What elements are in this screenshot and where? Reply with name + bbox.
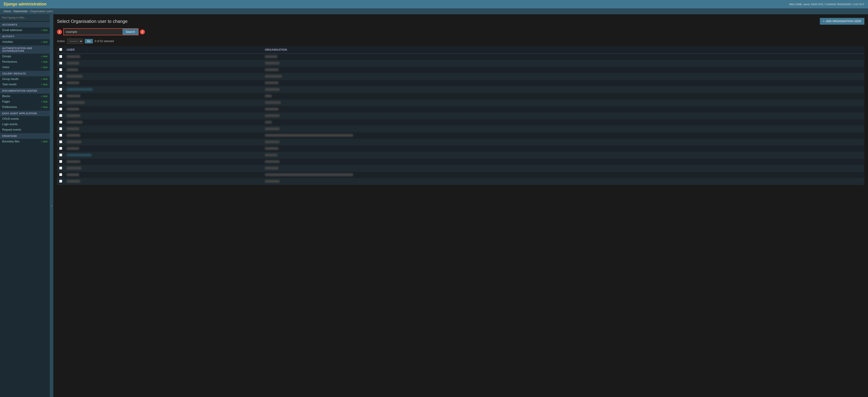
row-checkbox-cell[interactable] [57, 73, 64, 80]
sidebar-link-groups[interactable]: Groups [2, 55, 11, 58]
user-cell[interactable] [64, 54, 263, 60]
go-button[interactable]: Go [85, 39, 93, 44]
user-cell[interactable] [64, 145, 263, 152]
user-cell[interactable] [64, 172, 263, 178]
row-checkbox[interactable] [59, 140, 62, 143]
sidebar-link-crud-events[interactable]: CRUD events [2, 117, 19, 120]
sidebar-link-permissions[interactable]: Permissions [2, 60, 17, 63]
row-checkbox-cell[interactable] [57, 86, 64, 93]
user-cell[interactable] [64, 67, 263, 73]
add-permissions-link[interactable]: + Add [41, 60, 48, 63]
row-checkbox-cell[interactable] [57, 165, 64, 172]
row-checkbox[interactable] [59, 127, 62, 130]
sidebar-link-request-events[interactable]: Request events [2, 128, 21, 131]
user-cell[interactable] [64, 152, 263, 159]
user-cell[interactable] [64, 86, 263, 93]
row-checkbox-cell[interactable] [57, 100, 64, 106]
add-group-results-link[interactable]: + Add [41, 78, 48, 80]
sidebar-link-group-results[interactable]: Group results [2, 77, 19, 81]
row-checkbox[interactable] [59, 94, 62, 97]
add-pages-link[interactable]: + Add [41, 100, 48, 103]
row-checkbox[interactable] [59, 62, 62, 64]
row-checkbox[interactable] [59, 75, 62, 78]
user-cell[interactable] [64, 73, 263, 80]
row-checkbox[interactable] [59, 180, 62, 183]
user-cell[interactable] [64, 159, 263, 165]
search-button[interactable]: Search [123, 29, 138, 35]
user-cell[interactable] [64, 133, 263, 139]
page-header: Select Organisation user to change + ADD… [57, 18, 864, 25]
sidebar-link-boundary-files[interactable]: Boundary files [2, 140, 20, 143]
row-checkbox-cell[interactable] [57, 152, 64, 159]
row-checkbox[interactable] [59, 101, 62, 104]
sidebar-collapse-toggle[interactable]: « [50, 14, 53, 397]
user-cell[interactable] [64, 93, 263, 100]
add-blocks-link[interactable]: + Add [41, 95, 48, 97]
row-checkbox-cell[interactable] [57, 133, 64, 139]
row-checkbox[interactable] [59, 173, 62, 176]
row-checkbox[interactable] [59, 55, 62, 58]
breadcrumb-stakeholder[interactable]: Stakeholder [13, 10, 28, 13]
add-activities-link[interactable]: + Add [41, 40, 48, 43]
row-checkbox[interactable] [59, 167, 62, 170]
row-checkbox-cell[interactable] [57, 119, 64, 126]
user-cell[interactable] [64, 60, 263, 67]
row-checkbox-cell[interactable] [57, 159, 64, 165]
row-checkbox-cell[interactable] [57, 113, 64, 119]
row-checkbox[interactable] [59, 88, 62, 91]
row-checkbox-cell[interactable] [57, 178, 64, 185]
select-all-header[interactable] [57, 46, 64, 54]
search-input[interactable] [64, 29, 123, 35]
row-checkbox[interactable] [59, 147, 62, 150]
row-checkbox-cell[interactable] [57, 139, 64, 145]
sidebar-link-preferences[interactable]: Preferences [2, 106, 17, 109]
user-cell[interactable] [64, 139, 263, 145]
sidebar-link-task-results[interactable]: Task results [2, 83, 17, 86]
breadcrumb-home[interactable]: Home [4, 10, 11, 13]
row-checkbox[interactable] [59, 68, 62, 71]
row-checkbox[interactable] [59, 160, 62, 163]
row-checkbox-cell[interactable] [57, 93, 64, 100]
add-organisation-user-button[interactable]: + ADD ORGANISATION USER [820, 18, 864, 25]
sidebar-link-pages[interactable]: Pages [2, 100, 10, 103]
row-checkbox[interactable] [59, 153, 62, 157]
add-groups-link[interactable]: + Add [41, 55, 48, 58]
user-cell[interactable] [64, 119, 263, 126]
change-password-link[interactable]: CHANGE PASSWORD [826, 3, 851, 6]
sidebar-link-users[interactable]: Users [2, 66, 9, 69]
select-all-checkbox[interactable] [59, 48, 62, 51]
sidebar-link-email-addresses[interactable]: Email addresses [2, 29, 22, 32]
sidebar-link-login-events[interactable]: Login events [2, 123, 18, 126]
sidebar-link-activities[interactable]: Activities [2, 40, 13, 44]
row-checkbox-cell[interactable] [57, 54, 64, 60]
sidebar-link-blocks[interactable]: Blocks [2, 94, 10, 98]
add-preferences-link[interactable]: + Add [41, 106, 48, 108]
add-email-addresses-link[interactable]: + Add [41, 29, 48, 31]
row-checkbox[interactable] [59, 114, 62, 117]
user-cell[interactable] [64, 100, 263, 106]
row-checkbox-cell[interactable] [57, 80, 64, 86]
user-cell[interactable] [64, 106, 263, 113]
user-cell[interactable] [64, 80, 263, 86]
user-cell[interactable] [64, 178, 263, 185]
add-boundary-files-link[interactable]: + Add [41, 140, 48, 143]
row-checkbox-cell[interactable] [57, 106, 64, 113]
row-checkbox-cell[interactable] [57, 172, 64, 178]
user-cell[interactable] [64, 165, 263, 172]
logout-link[interactable]: LOG OUT [853, 3, 864, 6]
add-task-results-link[interactable]: + Add [41, 83, 48, 86]
sidebar-filter-input[interactable] [0, 14, 50, 21]
add-users-link[interactable]: + Add [41, 66, 48, 68]
row-checkbox[interactable] [59, 108, 62, 110]
row-checkbox[interactable] [59, 81, 62, 84]
row-checkbox[interactable] [59, 121, 62, 123]
row-checkbox-cell[interactable] [57, 67, 64, 73]
row-checkbox-cell[interactable] [57, 60, 64, 67]
row-checkbox-cell[interactable] [57, 145, 64, 152]
view-site-link[interactable]: VIEW SITE [811, 3, 824, 6]
user-cell[interactable] [64, 126, 263, 133]
row-checkbox[interactable] [59, 134, 62, 137]
row-checkbox-cell[interactable] [57, 126, 64, 133]
user-cell[interactable] [64, 113, 263, 119]
action-select[interactable]: --------- [67, 38, 83, 44]
